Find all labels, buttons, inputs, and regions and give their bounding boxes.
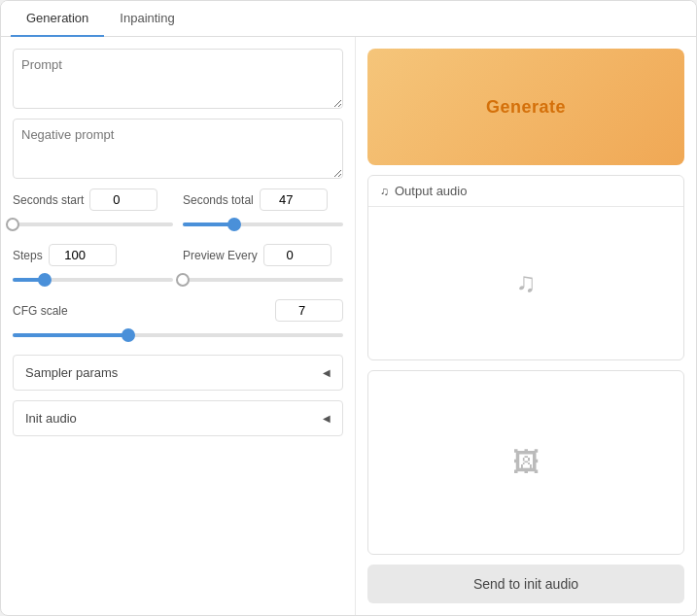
seconds-total-label: Seconds total (183, 193, 254, 207)
init-audio-section[interactable]: Init audio ◀ (13, 400, 343, 436)
preview-every-slider[interactable] (183, 270, 343, 290)
generate-button[interactable]: Generate (367, 49, 684, 165)
seconds-controls: Seconds start Seconds total (13, 188, 343, 234)
left-panel: Seconds start Seconds total (1, 37, 356, 615)
seconds-start-input[interactable] (89, 188, 157, 211)
output-audio-body: ♫ (368, 207, 683, 359)
steps-label: Steps (13, 249, 43, 262)
music-note-icon: ♫ (380, 185, 389, 198)
seconds-total-slider[interactable] (183, 215, 343, 234)
prompt-input[interactable] (13, 49, 343, 109)
seconds-total-input[interactable] (260, 188, 328, 211)
image-placeholder-panel: 🖼 (367, 370, 684, 556)
cfg-scale-label: CFG scale (13, 304, 68, 318)
main-content: Seconds start Seconds total (1, 37, 696, 615)
steps-slider[interactable] (13, 270, 173, 290)
sampler-params-label: Sampler params (25, 365, 118, 380)
right-panel: Generate ♫ Output audio ♫ 🖼 Send to init… (356, 37, 696, 615)
output-audio-header: ♫ Output audio (368, 176, 683, 207)
audio-placeholder-icon: ♫ (516, 267, 537, 298)
tabs-bar: Generation Inpainting (1, 1, 696, 37)
tab-inpainting[interactable]: Inpainting (104, 1, 190, 37)
image-placeholder-icon: 🖼 (512, 446, 540, 478)
cfg-scale-slider[interactable] (13, 325, 343, 345)
preview-every-label: Preview Every (183, 249, 258, 262)
send-to-init-audio-button[interactable]: Send to init audio (367, 565, 684, 603)
seconds-start-label: Seconds start (13, 193, 84, 207)
output-audio-panel: ♫ Output audio ♫ (367, 175, 684, 360)
seconds-start-slider[interactable] (13, 215, 173, 234)
steps-preview-controls: Steps Preview Every (13, 244, 343, 290)
cfg-scale-input[interactable] (275, 299, 343, 322)
seconds-start-group: Seconds start (13, 188, 173, 234)
tab-generation[interactable]: Generation (11, 1, 104, 37)
init-audio-label: Init audio (25, 411, 77, 426)
init-audio-arrow-icon: ◀ (323, 413, 331, 424)
steps-group: Steps (13, 244, 173, 290)
negative-prompt-input[interactable] (13, 119, 343, 179)
sampler-params-arrow-icon: ◀ (323, 367, 331, 378)
sampler-params-section[interactable]: Sampler params ◀ (13, 355, 343, 391)
output-audio-label: Output audio (395, 184, 467, 198)
preview-every-group: Preview Every (183, 244, 343, 290)
steps-input[interactable] (49, 244, 117, 266)
preview-every-input[interactable] (263, 244, 331, 266)
cfg-scale-group: CFG scale (13, 299, 343, 345)
seconds-total-group: Seconds total (183, 188, 343, 234)
